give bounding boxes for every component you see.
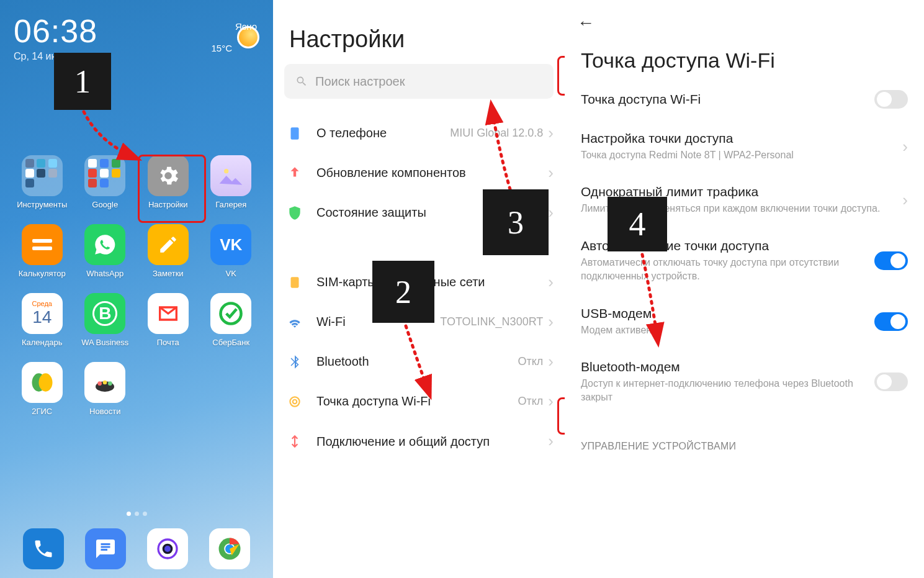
gallery-icon [210, 155, 251, 196]
svg-rect-14 [291, 127, 299, 140]
whatsapp-icon [84, 224, 125, 265]
calendar-icon: Среда 14 [22, 293, 63, 334]
dock-phone[interactable] [23, 528, 64, 569]
2gis-icon [22, 362, 63, 403]
app-gallery[interactable]: Галерея [202, 155, 261, 209]
section-devices: УПРАВЛЕНИЕ УСТРОЙСТВАМИ [565, 416, 924, 452]
settings-row-updates[interactable]: Обновление компонентов › [273, 153, 565, 193]
notes-icon [148, 224, 189, 265]
back-button[interactable]: ← [577, 13, 594, 33]
calculator-icon [22, 224, 63, 265]
app-calendar[interactable]: Среда 14 Календарь [12, 293, 72, 347]
svg-point-17 [290, 397, 299, 406]
search-placeholder: Поиск настроек [315, 75, 405, 89]
svg-point-7 [108, 381, 112, 386]
wa-business-icon: B [84, 293, 125, 334]
time: 06:38 [14, 12, 97, 50]
home-screen-panel: 06:38 Ср, 14 июля Ясно 15°C Инструменты [0, 0, 273, 578]
step-badge-2: 2 [372, 261, 434, 323]
search-input[interactable]: Поиск настроек [284, 64, 554, 99]
chevron-right-icon: › [548, 431, 554, 451]
folder-icon [84, 155, 125, 196]
app-google-folder[interactable]: Google [76, 155, 135, 209]
app-mail[interactable]: Почта [138, 293, 198, 347]
toggle-usb[interactable] [874, 312, 908, 331]
hotspot-usb-row[interactable]: USB-модем Модем активен [565, 295, 924, 348]
app-wa-business[interactable]: B WA Business [76, 293, 135, 347]
chevron-right-icon: › [548, 392, 554, 411]
svg-point-0 [224, 169, 228, 173]
sberbank-icon [210, 293, 251, 334]
step-badge-1: 1 [54, 53, 111, 110]
app-tools[interactable]: Инструменты [12, 155, 72, 209]
svg-point-3 [38, 373, 52, 391]
chevron-right-icon: › [548, 273, 554, 292]
app-sberbank[interactable]: СберБанк [202, 293, 261, 347]
svg-point-6 [103, 381, 107, 385]
chevron-right-icon: › [902, 191, 908, 210]
toggle-autooff[interactable] [874, 251, 908, 270]
news-icon [84, 362, 125, 403]
app-calculator[interactable]: Калькулятор [12, 224, 72, 278]
settings-row-hotspot[interactable]: Точка доступа Wi-Fi Откл › [273, 382, 565, 422]
phone-info-icon [287, 125, 303, 142]
dock-chrome[interactable] [209, 528, 250, 569]
app-2gis[interactable]: 2ГИС [12, 362, 72, 416]
vk-icon: VK [210, 224, 251, 265]
app-whatsapp[interactable]: WhatsApp [76, 224, 135, 278]
hotspot-icon [287, 394, 303, 410]
page-indicator [0, 512, 273, 516]
shield-icon [287, 205, 303, 221]
app-vk[interactable]: VK VK [202, 224, 261, 278]
weather-condition: Ясно [235, 21, 257, 32]
sim-icon [287, 274, 303, 291]
chevron-right-icon: › [548, 163, 554, 183]
dock-camera[interactable] [147, 528, 188, 569]
hotspot-bt-row[interactable]: Bluetooth-модем Доступ к интернет-подклю… [565, 348, 924, 416]
app-news[interactable]: Новости [76, 362, 135, 416]
chevron-right-icon: › [548, 203, 554, 222]
hotspot-toggle-row[interactable]: Точка доступа Wi-Fi [565, 79, 924, 120]
hotspot-page-title: Точка доступа Wi-Fi [565, 35, 924, 79]
wifi-icon [287, 314, 303, 330]
update-icon [287, 165, 303, 181]
chevron-right-icon: › [902, 137, 908, 156]
settings-row-bluetooth[interactable]: Bluetooth Откл › [273, 342, 565, 382]
folder-icon [22, 155, 63, 196]
weather-temp: 15°C [211, 43, 232, 53]
toggle-hotspot[interactable] [874, 90, 908, 109]
dock-messages[interactable] [85, 528, 126, 569]
chevron-right-icon: › [548, 352, 554, 371]
highlight-box-settings [138, 155, 206, 223]
settings-title: Настройки [273, 0, 565, 64]
hotspot-setup-row[interactable]: Настройка точки доступа Точка доступа Re… [565, 120, 924, 173]
search-icon [295, 75, 308, 88]
svg-point-10 [164, 546, 171, 552]
settings-row-about[interactable]: О телефоне MIUI Global 12.0.8 › [273, 114, 565, 153]
connection-icon [287, 433, 303, 449]
dock [0, 528, 273, 569]
step-badge-4: 4 [608, 197, 667, 251]
svg-rect-15 [291, 277, 299, 287]
step-badge-3: 3 [483, 189, 549, 255]
svg-point-16 [293, 399, 297, 404]
chevron-right-icon: › [548, 124, 554, 143]
mail-icon [148, 293, 189, 334]
svg-point-5 [98, 381, 102, 386]
settings-row-connection[interactable]: Подключение и общий доступ › [273, 422, 565, 461]
chevron-right-icon: › [548, 312, 554, 332]
toggle-bt[interactable] [874, 373, 908, 391]
weather-widget[interactable]: Ясно 15°C [210, 12, 259, 62]
app-notes[interactable]: Заметки [138, 224, 198, 278]
hotspot-settings-panel: ← Точка доступа Wi-Fi Точка доступа Wi-F… [565, 0, 924, 578]
bluetooth-icon [287, 354, 303, 370]
